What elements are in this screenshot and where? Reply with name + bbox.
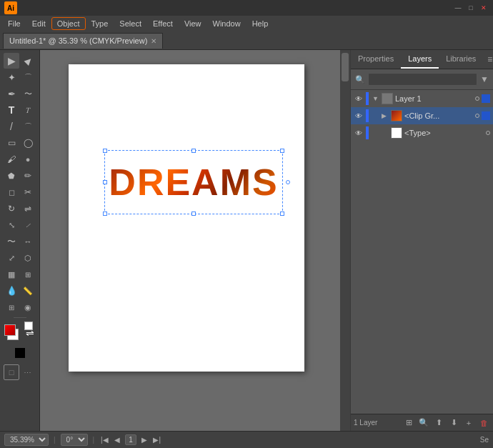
line-segment-tool[interactable]: /	[4, 119, 19, 134]
blob-brush-tool[interactable]: ●	[20, 151, 36, 167]
layer-row-type[interactable]: 👁 <Type>	[351, 124, 493, 141]
text-tool[interactable]: T	[4, 102, 19, 118]
handle-bottom-left[interactable]	[103, 211, 107, 216]
minimize-button[interactable]: —	[453, 3, 463, 13]
tab-layers[interactable]: Layers	[401, 50, 439, 69]
locate-object-button[interactable]: 🔍	[417, 417, 430, 429]
menu-window[interactable]: Window	[208, 18, 246, 29]
ellipse-tool[interactable]: ◯	[20, 135, 36, 151]
reflect-tool[interactable]: ⇌	[20, 201, 36, 216]
handle-middle-left[interactable]	[103, 180, 107, 184]
layer-target-clipgroup[interactable]	[475, 114, 479, 118]
prev-page-button[interactable]: ◀	[112, 435, 122, 445]
layer-expand-layer1[interactable]: ▼	[372, 95, 379, 102]
scroll-thumb[interactable]	[342, 53, 349, 81]
lasso-tool[interactable]: ⌒	[20, 69, 36, 85]
paintbrush-tool[interactable]: 🖌	[4, 151, 19, 167]
document-tab[interactable]: Untitled-1* @ 35.39 % (CMYK/Preview) ✕	[3, 33, 163, 49]
layer-visibility-clipgroup[interactable]: 👁	[354, 111, 364, 121]
curvature-tool[interactable]: 〜	[20, 86, 36, 101]
layer-label-layer1: Layer 1	[395, 94, 473, 103]
handle-bottom-right[interactable]	[280, 211, 284, 216]
move-to-layer-button[interactable]: ⬇	[447, 417, 460, 429]
shear-tool[interactable]: ⟋	[20, 217, 36, 233]
eyedropper-tool[interactable]: 💧	[4, 283, 19, 299]
gradient-tool[interactable]: ▦	[4, 267, 19, 282]
tab-properties[interactable]: Properties	[351, 50, 401, 69]
handle-top-right[interactable]	[280, 149, 284, 153]
filter-icon[interactable]: ▼	[480, 74, 489, 84]
handle-top-middle[interactable]	[191, 149, 196, 153]
layer-target-type[interactable]	[486, 131, 490, 135]
tab-close-button[interactable]: ✕	[151, 37, 156, 45]
layer-row-layer1[interactable]: 👁 ▼ Layer 1	[351, 90, 493, 107]
canvas-area[interactable]: DREAMS	[40, 50, 350, 431]
make-sublayer-button[interactable]: ⊞	[402, 417, 415, 429]
handle-middle-right[interactable]	[286, 180, 290, 184]
pen-tool[interactable]: ✒	[4, 86, 19, 101]
layer-label-type: <Type>	[404, 129, 484, 137]
graph-tool[interactable]: ⊞	[4, 299, 19, 315]
panel-tabs: Properties Layers Libraries ≡	[351, 50, 493, 69]
artboard-tool[interactable]: □	[4, 364, 19, 380]
width-tool[interactable]: ↔	[20, 234, 36, 249]
layer-select-indicator-layer1	[482, 94, 490, 103]
menu-help[interactable]: Help	[247, 18, 274, 29]
layer-expand-clipgroup[interactable]: ▶	[382, 112, 389, 119]
direct-selection-tool[interactable]: ▶	[16, 49, 39, 71]
rotate-tool[interactable]: ↻	[4, 201, 19, 216]
warp-tool[interactable]: 〜	[4, 234, 19, 249]
handle-bottom-middle[interactable]	[191, 211, 196, 216]
layer-target-layer1[interactable]	[475, 96, 479, 101]
shape-builder-tool[interactable]: ⬡	[20, 250, 36, 266]
eraser-tool[interactable]: ◻	[4, 184, 19, 200]
arc-tool[interactable]: ⌒	[20, 119, 36, 134]
window-controls[interactable]: — □ ✕	[453, 3, 489, 13]
fill-swatch[interactable]	[4, 324, 16, 336]
vertical-scrollbar[interactable]	[340, 50, 350, 431]
current-page[interactable]: 1	[125, 434, 136, 445]
measure-tool[interactable]: 📏	[20, 283, 36, 299]
pencil-tool[interactable]: ✏	[20, 168, 36, 184]
handle-top-left[interactable]	[103, 149, 107, 153]
collect-in-new-layer-button[interactable]: ⬆	[432, 417, 445, 429]
zoom-dropdown[interactable]: 35.39%	[4, 434, 49, 446]
menu-edit[interactable]: Edit	[27, 18, 51, 29]
tab-bar: Untitled-1* @ 35.39 % (CMYK/Preview) ✕	[0, 31, 493, 50]
menu-view[interactable]: View	[179, 18, 206, 29]
layer-visibility-type[interactable]: 👁	[354, 128, 364, 138]
main-layout: ▶ ▶ ✦ ⌒ ✒ 〜 T 𝑇 / ⌒ ▭ ◯ 🖌 ●	[0, 50, 493, 431]
layer-thumbnail-type	[391, 127, 402, 139]
shaper-tool[interactable]: ⬟	[4, 168, 19, 184]
maximize-button[interactable]: □	[466, 3, 476, 13]
first-page-button[interactable]: |◀	[99, 435, 109, 445]
menu-select[interactable]: Select	[114, 18, 146, 29]
mesh-tool[interactable]: ⊞	[20, 267, 36, 282]
next-page-button[interactable]: ▶	[139, 435, 149, 445]
tab-libraries[interactable]: Libraries	[439, 50, 483, 69]
scale-tool[interactable]: ⤡	[4, 217, 19, 233]
swap-fill-stroke-icon[interactable]: ⇌	[26, 327, 34, 339]
extra-tools[interactable]: ···	[20, 364, 36, 380]
new-layer-button[interactable]: +	[462, 417, 475, 429]
scissors-tool[interactable]: ✂	[20, 184, 36, 200]
normal-fill-icon[interactable]	[15, 348, 25, 358]
layer-visibility-layer1[interactable]: 👁	[354, 94, 364, 104]
dreams-selection[interactable]: DREAMS	[104, 150, 283, 214]
layers-search-input[interactable]	[368, 73, 477, 86]
free-transform-tool[interactable]: ⤢	[4, 250, 19, 266]
layer-row-clipgroup[interactable]: 👁 ▶ <Clip Gr...	[351, 107, 493, 124]
delete-layer-button[interactable]: 🗑	[477, 417, 490, 429]
menu-type[interactable]: Type	[86, 18, 114, 29]
panel-menu-button[interactable]: ≡	[483, 51, 493, 67]
last-page-button[interactable]: ▶|	[152, 435, 162, 445]
symbol-sprayer-tool[interactable]: ◉	[20, 299, 36, 315]
touch-type-tool[interactable]: 𝑇	[20, 102, 36, 118]
menu-file[interactable]: File	[3, 18, 26, 29]
menu-object[interactable]: Object	[52, 18, 85, 29]
close-button[interactable]: ✕	[479, 3, 489, 13]
menu-effect[interactable]: Effect	[148, 18, 178, 29]
magic-wand-tool[interactable]: ✦	[4, 69, 19, 85]
rectangle-tool[interactable]: ▭	[4, 135, 19, 151]
rotation-dropdown[interactable]: 0°	[61, 434, 88, 446]
